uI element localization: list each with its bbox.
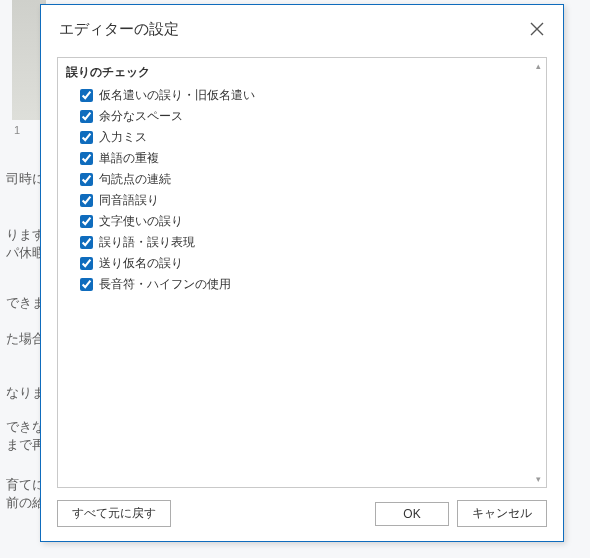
close-icon[interactable]	[527, 19, 547, 39]
check-option-label: 長音符・ハイフンの使用	[99, 276, 231, 293]
settings-list-frame: ▴ ▾ 誤りのチェック 仮名遣いの誤り・旧仮名遣い余分なスペース入力ミス単語の重…	[57, 57, 547, 488]
check-option-checkbox[interactable]	[80, 131, 93, 144]
check-option-row[interactable]: 余分なスペース	[66, 106, 536, 127]
check-option-row[interactable]: 仮名遣いの誤り・旧仮名遣い	[66, 85, 536, 106]
check-option-checkbox[interactable]	[80, 278, 93, 291]
check-option-row[interactable]: 同音語誤り	[66, 190, 536, 211]
check-option-label: 余分なスペース	[99, 108, 183, 125]
check-option-row[interactable]: 単語の重複	[66, 148, 536, 169]
check-option-row[interactable]: 長音符・ハイフンの使用	[66, 274, 536, 295]
check-option-label: 入力ミス	[99, 129, 147, 146]
check-option-checkbox[interactable]	[80, 89, 93, 102]
section-header-error-check: 誤りのチェック	[66, 64, 536, 81]
check-option-row[interactable]: 句読点の連続	[66, 169, 536, 190]
check-option-checkbox[interactable]	[80, 173, 93, 186]
cancel-button[interactable]: キャンセル	[457, 500, 547, 527]
check-option-label: 文字使いの誤り	[99, 213, 183, 230]
check-option-row[interactable]: 入力ミス	[66, 127, 536, 148]
check-option-label: 仮名遣いの誤り・旧仮名遣い	[99, 87, 255, 104]
check-option-row[interactable]: 文字使いの誤り	[66, 211, 536, 232]
check-option-label: 送り仮名の誤り	[99, 255, 183, 272]
check-option-label: 同音語誤り	[99, 192, 159, 209]
dialog-title: エディターの設定	[59, 20, 179, 39]
check-option-label: 誤り語・誤り表現	[99, 234, 195, 251]
check-option-checkbox[interactable]	[80, 110, 93, 123]
check-option-checkbox[interactable]	[80, 194, 93, 207]
check-option-label: 句読点の連続	[99, 171, 171, 188]
check-option-checkbox[interactable]	[80, 236, 93, 249]
dialog-titlebar: エディターの設定	[41, 5, 563, 49]
dialog-button-bar: すべて元に戻す OK キャンセル	[41, 490, 563, 541]
check-option-row[interactable]: 誤り語・誤り表現	[66, 232, 536, 253]
check-option-label: 単語の重複	[99, 150, 159, 167]
check-option-checkbox[interactable]	[80, 257, 93, 270]
ok-button[interactable]: OK	[375, 502, 449, 526]
reset-all-button[interactable]: すべて元に戻す	[57, 500, 171, 527]
editor-settings-dialog: エディターの設定 ▴ ▾ 誤りのチェック 仮名遣いの誤り・旧仮名遣い余分なスペー…	[40, 4, 564, 542]
check-option-checkbox[interactable]	[80, 152, 93, 165]
settings-list: 誤りのチェック 仮名遣いの誤り・旧仮名遣い余分なスペース入力ミス単語の重複句読点…	[58, 58, 546, 487]
check-option-row[interactable]: 送り仮名の誤り	[66, 253, 536, 274]
check-option-checkbox[interactable]	[80, 215, 93, 228]
